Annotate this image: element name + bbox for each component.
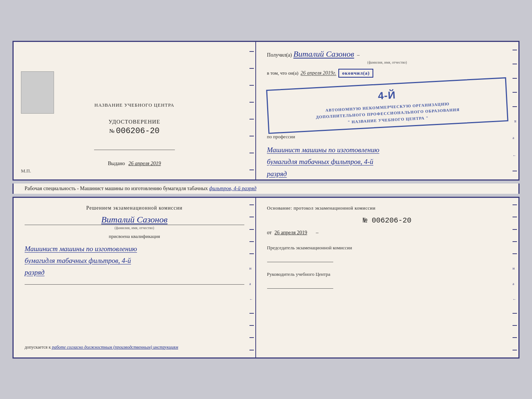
middle-text-area: Рабочая специальность - Машинист машины …	[12, 184, 520, 194]
bottom-right-page: Основание: протокол экзаменационной коми…	[256, 198, 518, 357]
proto-num: 006206-20	[372, 216, 411, 225]
qual-line3: разряд	[25, 267, 244, 278]
okonchil-label: окончил(а)	[338, 69, 373, 78]
bottom-left-page: Решением экзаменационной комиссии Витали…	[14, 198, 256, 357]
fio-label-bottom: (фамилия, имя, отчество)	[25, 225, 244, 230]
osnovanie-text: Основание: протокол экзаменационной коми…	[267, 205, 507, 211]
left-side-decorations	[249, 42, 255, 179]
ot-date-block: от 26 апреля 2019 –	[267, 230, 507, 236]
middle-text-main: Рабочая специальность - Машинист машины …	[25, 186, 208, 191]
date-handwritten: 26 апреля 2019г.	[301, 70, 336, 76]
profession-line2: бумагидля табачных фильтров, 4-й	[267, 156, 507, 168]
bottom-left-side-deco: и а ←	[249, 198, 255, 357]
fio-label-top: (фамилия, имя, отчество)	[267, 60, 507, 64]
stamp-block: 4-й АВТОНОМНУЮ НЕКОММЕРЧЕСКУЮ ОРГАНИЗАЦИ…	[266, 77, 508, 133]
rukovoditel-block: Руководитель учебного Центра	[267, 271, 507, 289]
center-label: НАЗВАНИЕ УЧЕБНОГО ЦЕНТРА	[25, 102, 244, 108]
name-bottom: Виталий Сазонов	[101, 215, 168, 224]
rukovoditel-signature-line	[267, 281, 333, 289]
resheniem-text: Решением экзаменационной комиссии	[25, 205, 244, 211]
right-side-decorations: и а ←	[512, 42, 518, 179]
bottom-document: Решением экзаменационной комиссии Витали…	[12, 197, 520, 359]
profession-block: Машинист машины по изготовлению бумагидл…	[267, 144, 507, 180]
prisvoena-text: присвоена квалификация	[25, 234, 244, 239]
bottom-right-side-deco: и а ←	[512, 198, 518, 357]
dopuskaetsya-block: допускается к работе согласно должностны…	[25, 341, 244, 350]
top-left-page: НАЗВАНИЕ УЧЕБНОГО ЦЕНТРА УДОСТОВЕРЕНИЕ №…	[14, 42, 256, 179]
middle-text-underlined: фильтров, 4-й разряд	[209, 186, 256, 191]
poluchil-label: Получил(а)	[267, 52, 292, 58]
qual-line1: Машинист машины по изготовлению	[25, 243, 244, 255]
predsedatel-label: Председатель экзаменационной комиссии	[267, 245, 507, 251]
top-right-page: Получил(а) Виталий Сазонов – (фамилия, и…	[256, 42, 518, 179]
number-prefix: №	[109, 128, 114, 134]
dopuskaetsya-text: работе согласно должностным (производств…	[52, 345, 178, 350]
protocol-number: № 006206-20	[267, 216, 507, 225]
predsedatel-signature-line	[267, 255, 333, 262]
udostoverenie-title: УДОСТОВЕРЕНИЕ	[108, 119, 160, 125]
ot-date-val: 26 апреля 2019	[274, 230, 307, 235]
predsedatel-block: Председатель экзаменационной комиссии	[267, 245, 507, 262]
po-professii: по профессии	[267, 134, 507, 140]
profession-line3: разряд	[267, 168, 507, 180]
udost-number: 006206-20	[116, 127, 159, 136]
name-block-bottom: Виталий Сазонов (фамилия, имя, отчество)	[25, 215, 244, 230]
qual-line2: бумагидля табачных фильтров, 4-й	[25, 255, 244, 267]
vtom-label: в том, что он(а)	[267, 70, 299, 76]
ot-prefix: от	[267, 230, 272, 235]
poluchil-line: Получил(а) Виталий Сазонов – (фамилия, и…	[267, 49, 507, 64]
mp-label: М.П.	[21, 168, 31, 174]
top-document: НАЗВАНИЕ УЧЕБНОГО ЦЕНТРА УДОСТОВЕРЕНИЕ №…	[12, 41, 520, 181]
rukovoditel-label: Руководитель учебного Центра	[267, 271, 507, 278]
dopuskaetsya-label: допускается к	[25, 345, 51, 350]
num-prefix: №	[363, 216, 367, 225]
vydano-line: Выдано 26 апреля 2019	[108, 161, 161, 167]
recipient-name: Виталий Сазонов	[294, 49, 354, 59]
photo-placeholder	[21, 71, 54, 114]
page-wrapper: НАЗВАНИЕ УЧЕБНОГО ЦЕНТРА УДОСТОВЕРЕНИЕ №…	[12, 41, 520, 359]
qualification-block: Машинист машины по изготовлению бумагидл…	[25, 243, 244, 279]
vydano-date: 26 апреля 2019	[129, 161, 161, 166]
vydano-label: Выдано	[108, 161, 125, 166]
vtom-line: в том, что он(а) 26 апреля 2019г. окончи…	[267, 69, 507, 78]
profession-line1: Машинист машины по изготовлению	[267, 144, 507, 156]
